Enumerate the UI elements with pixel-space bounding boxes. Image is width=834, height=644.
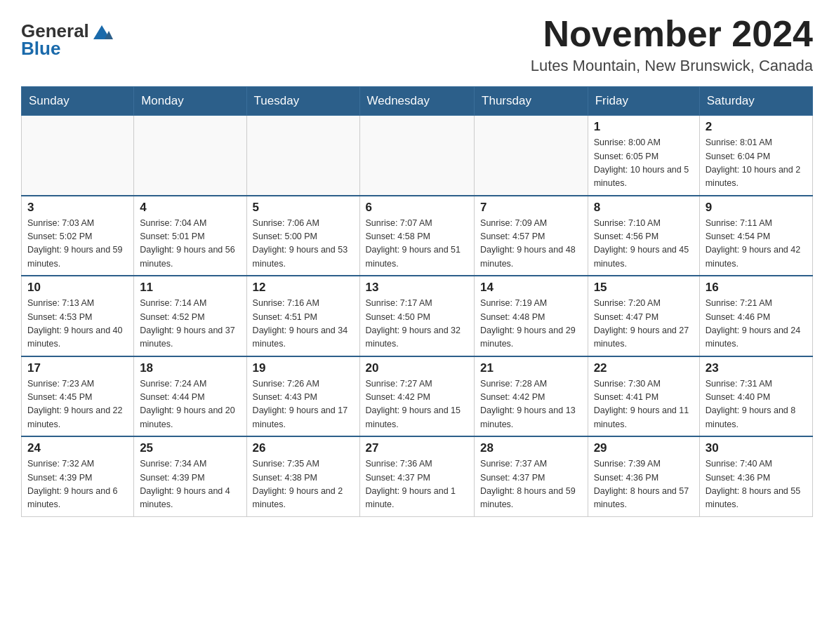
day-number: 19 bbox=[253, 361, 354, 375]
day-number: 23 bbox=[706, 361, 807, 375]
calendar-cell: 4Sunrise: 7:04 AMSunset: 5:01 PMDaylight… bbox=[134, 196, 246, 276]
day-info: Sunrise: 7:37 AMSunset: 4:37 PMDaylight:… bbox=[480, 457, 582, 512]
day-number: 1 bbox=[594, 120, 694, 134]
day-info: Sunrise: 7:30 AMSunset: 4:41 PMDaylight:… bbox=[594, 377, 694, 432]
column-header-wednesday: Wednesday bbox=[359, 87, 475, 116]
day-number: 3 bbox=[27, 201, 128, 215]
title-area: November 2024 Lutes Mountain, New Brunsw… bbox=[531, 14, 813, 75]
calendar-cell: 29Sunrise: 7:39 AMSunset: 4:36 PMDayligh… bbox=[588, 436, 699, 516]
day-info: Sunrise: 7:11 AMSunset: 4:54 PMDaylight:… bbox=[706, 217, 807, 271]
calendar-cell: 14Sunrise: 7:19 AMSunset: 4:48 PMDayligh… bbox=[475, 276, 588, 356]
day-info: Sunrise: 7:20 AMSunset: 4:47 PMDaylight:… bbox=[594, 297, 694, 351]
month-title: November 2024 bbox=[531, 14, 813, 54]
day-number: 27 bbox=[366, 441, 469, 455]
calendar-cell: 13Sunrise: 7:17 AMSunset: 4:50 PMDayligh… bbox=[359, 276, 475, 356]
day-number: 11 bbox=[140, 281, 240, 295]
calendar-cell bbox=[22, 116, 134, 196]
day-number: 14 bbox=[480, 281, 582, 295]
day-number: 26 bbox=[253, 441, 354, 455]
day-info: Sunrise: 7:28 AMSunset: 4:42 PMDaylight:… bbox=[480, 377, 582, 432]
calendar-cell: 5Sunrise: 7:06 AMSunset: 5:00 PMDaylight… bbox=[246, 196, 359, 276]
day-info: Sunrise: 8:01 AMSunset: 6:04 PMDaylight:… bbox=[706, 136, 807, 191]
day-info: Sunrise: 7:26 AMSunset: 4:43 PMDaylight:… bbox=[253, 377, 354, 432]
calendar-cell: 2Sunrise: 8:01 AMSunset: 6:04 PMDaylight… bbox=[699, 116, 812, 196]
calendar-cell: 19Sunrise: 7:26 AMSunset: 4:43 PMDayligh… bbox=[246, 356, 359, 437]
calendar-cell: 24Sunrise: 7:32 AMSunset: 4:39 PMDayligh… bbox=[22, 436, 134, 516]
week-row-1: 1Sunrise: 8:00 AMSunset: 6:05 PMDaylight… bbox=[22, 116, 813, 196]
calendar-cell: 25Sunrise: 7:34 AMSunset: 4:39 PMDayligh… bbox=[134, 436, 246, 516]
day-number: 7 bbox=[480, 201, 582, 215]
calendar-cell: 12Sunrise: 7:16 AMSunset: 4:51 PMDayligh… bbox=[246, 276, 359, 356]
calendar-cell: 15Sunrise: 7:20 AMSunset: 4:47 PMDayligh… bbox=[588, 276, 699, 356]
day-number: 24 bbox=[27, 441, 128, 455]
week-row-2: 3Sunrise: 7:03 AMSunset: 5:02 PMDaylight… bbox=[22, 196, 813, 276]
calendar-cell: 20Sunrise: 7:27 AMSunset: 4:42 PMDayligh… bbox=[359, 356, 475, 437]
day-info: Sunrise: 7:24 AMSunset: 4:44 PMDaylight:… bbox=[140, 377, 240, 432]
calendar-cell: 11Sunrise: 7:14 AMSunset: 4:52 PMDayligh… bbox=[134, 276, 246, 356]
week-row-4: 17Sunrise: 7:23 AMSunset: 4:45 PMDayligh… bbox=[22, 356, 813, 437]
day-number: 30 bbox=[706, 441, 807, 455]
day-info: Sunrise: 7:27 AMSunset: 4:42 PMDaylight:… bbox=[366, 377, 469, 432]
calendar-cell bbox=[475, 116, 588, 196]
day-number: 17 bbox=[27, 361, 128, 375]
day-number: 15 bbox=[594, 281, 694, 295]
week-row-3: 10Sunrise: 7:13 AMSunset: 4:53 PMDayligh… bbox=[22, 276, 813, 356]
calendar-cell bbox=[359, 116, 475, 196]
day-info: Sunrise: 7:10 AMSunset: 4:56 PMDaylight:… bbox=[594, 217, 694, 271]
day-info: Sunrise: 7:21 AMSunset: 4:46 PMDaylight:… bbox=[706, 297, 807, 351]
logo: General Blue bbox=[21, 20, 113, 58]
calendar-table: SundayMondayTuesdayWednesdayThursdayFrid… bbox=[21, 86, 813, 517]
calendar-cell: 8Sunrise: 7:10 AMSunset: 4:56 PMDaylight… bbox=[588, 196, 699, 276]
day-info: Sunrise: 7:39 AMSunset: 4:36 PMDaylight:… bbox=[594, 457, 694, 512]
day-number: 28 bbox=[480, 441, 582, 455]
day-info: Sunrise: 7:14 AMSunset: 4:52 PMDaylight:… bbox=[140, 297, 240, 351]
day-info: Sunrise: 7:03 AMSunset: 5:02 PMDaylight:… bbox=[27, 217, 128, 271]
day-info: Sunrise: 7:36 AMSunset: 4:37 PMDaylight:… bbox=[366, 457, 469, 512]
column-header-saturday: Saturday bbox=[699, 87, 812, 116]
day-info: Sunrise: 7:06 AMSunset: 5:00 PMDaylight:… bbox=[253, 217, 354, 271]
logo-blue-text: Blue bbox=[21, 39, 60, 58]
calendar-cell: 1Sunrise: 8:00 AMSunset: 6:05 PMDaylight… bbox=[588, 116, 699, 196]
day-info: Sunrise: 7:34 AMSunset: 4:39 PMDaylight:… bbox=[140, 457, 240, 512]
day-info: Sunrise: 7:16 AMSunset: 4:51 PMDaylight:… bbox=[253, 297, 354, 351]
day-info: Sunrise: 7:35 AMSunset: 4:38 PMDaylight:… bbox=[253, 457, 354, 512]
calendar-cell: 21Sunrise: 7:28 AMSunset: 4:42 PMDayligh… bbox=[475, 356, 588, 437]
calendar-cell: 7Sunrise: 7:09 AMSunset: 4:57 PMDaylight… bbox=[475, 196, 588, 276]
day-info: Sunrise: 7:31 AMSunset: 4:40 PMDaylight:… bbox=[706, 377, 807, 432]
day-info: Sunrise: 7:13 AMSunset: 4:53 PMDaylight:… bbox=[27, 297, 128, 351]
calendar-cell: 23Sunrise: 7:31 AMSunset: 4:40 PMDayligh… bbox=[699, 356, 812, 437]
day-number: 2 bbox=[706, 120, 807, 134]
calendar-cell: 26Sunrise: 7:35 AMSunset: 4:38 PMDayligh… bbox=[246, 436, 359, 516]
day-number: 9 bbox=[706, 201, 807, 215]
calendar-cell: 9Sunrise: 7:11 AMSunset: 4:54 PMDaylight… bbox=[699, 196, 812, 276]
day-info: Sunrise: 7:32 AMSunset: 4:39 PMDaylight:… bbox=[27, 457, 128, 512]
day-number: 25 bbox=[140, 441, 240, 455]
day-info: Sunrise: 8:00 AMSunset: 6:05 PMDaylight:… bbox=[594, 136, 694, 191]
day-number: 4 bbox=[140, 201, 240, 215]
day-number: 5 bbox=[253, 201, 354, 215]
calendar-cell: 17Sunrise: 7:23 AMSunset: 4:45 PMDayligh… bbox=[22, 356, 134, 437]
calendar-cell: 10Sunrise: 7:13 AMSunset: 4:53 PMDayligh… bbox=[22, 276, 134, 356]
logo-icon bbox=[91, 20, 113, 42]
calendar-cell: 22Sunrise: 7:30 AMSunset: 4:41 PMDayligh… bbox=[588, 356, 699, 437]
column-header-sunday: Sunday bbox=[22, 87, 134, 116]
column-header-tuesday: Tuesday bbox=[246, 87, 359, 116]
day-info: Sunrise: 7:17 AMSunset: 4:50 PMDaylight:… bbox=[366, 297, 469, 351]
day-number: 22 bbox=[594, 361, 694, 375]
page-header: General Blue November 2024 Lutes Mountai… bbox=[21, 14, 813, 75]
location-title: Lutes Mountain, New Brunswick, Canada bbox=[531, 57, 813, 75]
day-info: Sunrise: 7:09 AMSunset: 4:57 PMDaylight:… bbox=[480, 217, 582, 271]
calendar-cell bbox=[134, 116, 246, 196]
calendar-cell: 28Sunrise: 7:37 AMSunset: 4:37 PMDayligh… bbox=[475, 436, 588, 516]
column-header-thursday: Thursday bbox=[475, 87, 588, 116]
day-number: 21 bbox=[480, 361, 582, 375]
day-info: Sunrise: 7:07 AMSunset: 4:58 PMDaylight:… bbox=[366, 217, 469, 271]
column-header-monday: Monday bbox=[134, 87, 246, 116]
calendar-cell: 6Sunrise: 7:07 AMSunset: 4:58 PMDaylight… bbox=[359, 196, 475, 276]
day-number: 8 bbox=[594, 201, 694, 215]
calendar-cell bbox=[246, 116, 359, 196]
day-number: 18 bbox=[140, 361, 240, 375]
day-number: 13 bbox=[366, 281, 469, 295]
calendar-cell: 16Sunrise: 7:21 AMSunset: 4:46 PMDayligh… bbox=[699, 276, 812, 356]
day-info: Sunrise: 7:40 AMSunset: 4:36 PMDaylight:… bbox=[706, 457, 807, 512]
